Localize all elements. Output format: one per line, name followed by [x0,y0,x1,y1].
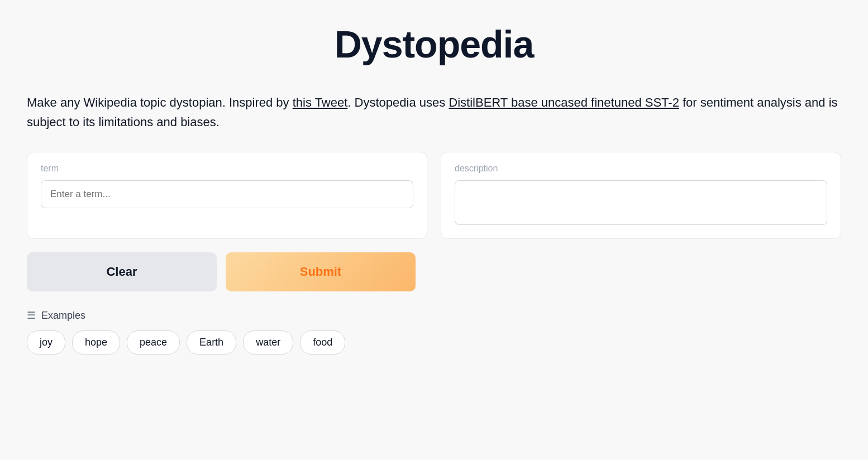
description-mid-text: . Dystopedia uses [347,95,449,109]
description-pre-tweet: Make any Wikipedia topic dystopian. Insp… [27,95,293,109]
example-chip[interactable]: hope [72,330,120,354]
description-panel: description [441,152,841,239]
example-chip[interactable]: peace [127,330,180,354]
term-label: term [41,164,413,174]
description-paragraph: Make any Wikipedia topic dystopian. Insp… [27,93,841,132]
tweet-link[interactable]: this Tweet [293,95,348,109]
submit-button[interactable]: Submit [226,252,416,291]
examples-section: ☰ Examples joyhopepeaceEarthwaterfood [27,309,841,354]
model-link[interactable]: DistilBERT base uncased finetuned SST-2 [449,95,679,109]
description-textarea[interactable] [455,180,827,225]
example-chip[interactable]: food [300,330,345,354]
examples-header: ☰ Examples [27,309,841,322]
description-label: description [455,164,827,174]
clear-button[interactable]: Clear [27,252,217,291]
example-chip[interactable]: water [243,330,293,354]
examples-label: Examples [41,310,85,322]
examples-chips: joyhopepeaceEarthwaterfood [27,330,841,354]
form-row: term description [27,152,841,239]
term-input[interactable] [41,180,413,208]
example-chip[interactable]: Earth [187,330,236,354]
buttons-row: Clear Submit [27,252,841,291]
list-icon: ☰ [27,309,36,322]
page-title: Dystopedia [27,22,841,66]
term-panel: term [27,152,427,239]
example-chip[interactable]: joy [27,330,65,354]
